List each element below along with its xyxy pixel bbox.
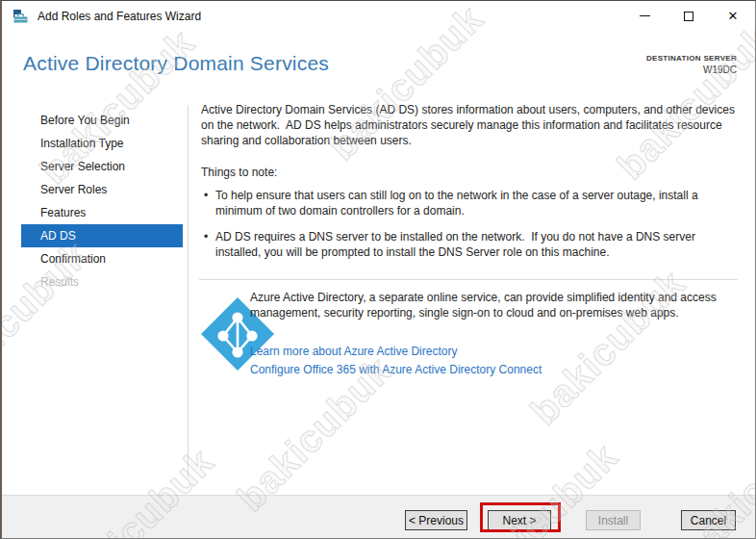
adds-description-text: Active Directory Domain Services (AD DS)… xyxy=(201,102,745,148)
configure-office365-link[interactable]: Configure Office 365 with Azure Active D… xyxy=(250,363,542,376)
sidebar-item-confirmation[interactable]: Confirmation xyxy=(21,247,183,270)
sidebar-item-server-roles[interactable]: Server Roles xyxy=(21,178,183,201)
sidebar-divider xyxy=(188,105,189,477)
destination-server-label: DESTINATION SERVER xyxy=(646,54,737,63)
things-to-note-heading: Things to note: xyxy=(201,165,277,180)
note-dns-server: AD DS requires a DNS server to be instal… xyxy=(204,229,735,260)
minimize-icon xyxy=(640,15,650,16)
install-button[interactable]: Install xyxy=(586,510,641,530)
sidebar-item-results: Results xyxy=(21,270,183,294)
things-to-note-list: To help ensure that users can still log … xyxy=(204,188,735,270)
learn-more-azure-link[interactable]: Learn more about Azure Active Directory xyxy=(250,345,457,358)
maximize-icon xyxy=(684,12,693,21)
sidebar-item-server-selection[interactable]: Server Selection xyxy=(21,155,183,178)
sidebar-item-before-you-begin[interactable]: Before You Begin xyxy=(21,109,183,132)
footer-bar xyxy=(2,495,755,538)
close-button[interactable]: ✕ xyxy=(711,1,755,31)
window-title: Add Roles and Features Wizard xyxy=(38,10,201,23)
next-button[interactable]: Next > xyxy=(488,510,551,530)
page-title: Active Directory Domain Services xyxy=(23,52,329,75)
note-domain-controllers: To help ensure that users can still log … xyxy=(204,188,735,218)
minimize-button[interactable] xyxy=(622,1,667,31)
maximize-button[interactable] xyxy=(667,1,711,31)
wizard-window: Add Roles and Features Wizard ✕ Active D… xyxy=(0,0,756,539)
server-manager-icon xyxy=(13,9,29,24)
cancel-button[interactable]: Cancel xyxy=(681,510,736,530)
destination-server-name: W19DC xyxy=(646,64,737,75)
close-icon: ✕ xyxy=(728,10,739,22)
destination-server-block: DESTINATION SERVER W19DC xyxy=(646,54,737,75)
sidebar-item-features[interactable]: Features xyxy=(21,201,183,224)
wizard-steps-sidebar: Before You Begin Installation Type Serve… xyxy=(21,109,183,294)
content-divider xyxy=(199,279,738,280)
previous-button[interactable]: < Previous xyxy=(405,510,467,530)
watermark-text: bakicubuk xyxy=(522,262,693,433)
sidebar-item-installation-type[interactable]: Installation Type xyxy=(21,132,183,155)
window-controls: ✕ xyxy=(622,1,755,31)
titlebar: Add Roles and Features Wizard ✕ xyxy=(2,1,755,31)
azure-description-text: Azure Active Directory, a separate onlin… xyxy=(250,290,736,321)
sidebar-item-ad-ds[interactable]: AD DS xyxy=(21,224,183,247)
